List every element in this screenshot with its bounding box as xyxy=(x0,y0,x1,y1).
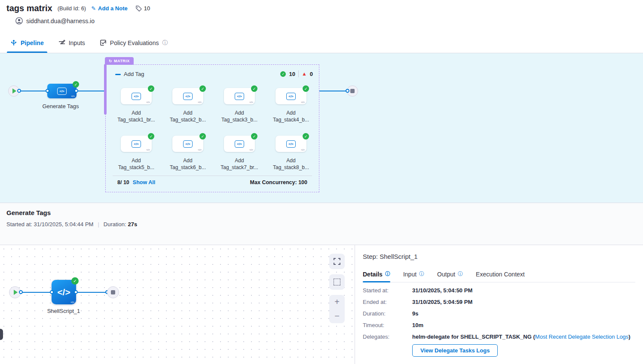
connector-dot xyxy=(346,89,349,93)
connector-dot xyxy=(50,290,54,294)
matrix-step-card[interactable]: </>✓</> xyxy=(172,88,203,104)
connector-dot xyxy=(17,89,21,93)
matrix-group: ↻ MATRIX Add Tag ✓ 10 ▲ 0 </>✓</> </>✓</… xyxy=(105,64,319,192)
code-corner-icon: </> xyxy=(301,101,305,103)
code-corner-icon: </> xyxy=(198,101,202,103)
marquee-select-button[interactable] xyxy=(329,274,345,290)
matrix-step-label: AddTag_stack4_b... xyxy=(263,109,319,123)
connector-dot xyxy=(74,290,78,294)
edge-generate-to-matrix xyxy=(77,91,106,91)
matrix-group-title: Add Tag xyxy=(124,71,144,77)
step-end-node[interactable] xyxy=(107,286,119,298)
page-title: tags matrix xyxy=(6,3,52,13)
output-info-icon[interactable]: ⓘ xyxy=(458,270,463,278)
script-step-icon: </> xyxy=(235,93,244,100)
step-execution-area: </> ✓ </> ShellScript_1 + − Step: ShellS… xyxy=(0,245,643,364)
code-corner-icon: </> xyxy=(70,301,74,303)
stage-title: Generate Tags xyxy=(6,209,643,216)
matrix-status-counts: ✓ 10 ▲ 0 xyxy=(280,70,313,77)
shellscript-node[interactable]: </> ✓ </> xyxy=(52,280,76,304)
step-details-panel: Step: ShellScript_1 Detailsⓘ Inputⓘ Outp… xyxy=(355,245,643,364)
matrix-accent-bar xyxy=(104,64,107,115)
matrix-step-card[interactable]: </>✓</> xyxy=(224,88,255,104)
matrix-step-card[interactable]: </>✓</> xyxy=(224,136,255,152)
view-delegate-tasks-logs-button[interactable]: View Delegate Tasks Logs xyxy=(412,344,498,357)
detail-row-started: Started at:31/10/2025, 5:04:50 PM xyxy=(363,287,643,294)
script-step-icon: </> xyxy=(286,140,296,148)
success-check-icon: ✓ xyxy=(303,133,309,140)
tab-execution-context[interactable]: Execution Context xyxy=(476,270,525,282)
connector-dot xyxy=(19,290,23,294)
details-info-icon[interactable]: ⓘ xyxy=(385,270,390,278)
details-tabbar: Detailsⓘ Inputⓘ Outputⓘ Execution Contex… xyxy=(363,270,635,282)
script-step-icon: </> xyxy=(132,93,141,100)
tab-inputs[interactable]: Inputs xyxy=(58,33,85,53)
fit-to-screen-button[interactable] xyxy=(329,254,345,269)
edge-start-to-generate xyxy=(18,91,48,91)
loop-icon: ↻ xyxy=(109,59,112,63)
zoom-out-button[interactable]: − xyxy=(329,309,345,323)
matrix-step-card[interactable]: </>✓</> xyxy=(172,136,203,152)
success-check-icon: ✓ xyxy=(199,133,206,140)
detail-row-ended: Ended at:31/10/2025, 5:04:59 PM xyxy=(363,299,643,306)
delegate-selection-logs-link[interactable]: Most Recent Delegate Selection Logs xyxy=(535,334,629,340)
success-check-icon: ✓ xyxy=(251,85,257,92)
detail-row-delegates: Delegates: helm-delegate for SHELL_SCRIP… xyxy=(363,334,643,340)
pipeline-graph: </> ✓ </> Generate Tags ↻ MATRIX Add Tag… xyxy=(0,53,643,203)
tab-pipeline[interactable]: Pipeline xyxy=(10,33,44,53)
show-all-link[interactable]: Show All xyxy=(133,179,155,185)
script-step-icon: </> xyxy=(57,88,67,95)
build-id: (Build Id: 6) xyxy=(58,5,86,12)
tab-policy-label: Policy Evaluations xyxy=(110,39,159,46)
pipeline-icon xyxy=(10,39,17,46)
failure-warning-icon: ▲ xyxy=(302,71,307,76)
success-count-icon: ✓ xyxy=(280,71,286,77)
script-step-icon: </> xyxy=(235,140,244,148)
code-corner-icon: </> xyxy=(301,149,305,151)
console-drawer-handle[interactable] xyxy=(0,329,3,340)
step-graph-canvas[interactable]: </> ✓ </> ShellScript_1 + − xyxy=(0,245,355,364)
tag-count[interactable]: 10 xyxy=(135,5,150,12)
max-concurrency: Max Concurrency: 100 xyxy=(250,179,307,185)
policy-info-icon[interactable]: ⓘ xyxy=(162,39,168,47)
stop-icon xyxy=(350,89,355,93)
tab-output[interactable]: Outputⓘ xyxy=(437,270,463,282)
collapse-matrix-button[interactable] xyxy=(115,74,121,75)
matrix-step-card[interactable]: </>✓</> xyxy=(121,136,152,152)
tab-policy-evaluations[interactable]: Policy Evaluations ⓘ xyxy=(100,33,168,53)
play-icon xyxy=(14,290,18,295)
divider xyxy=(298,70,299,77)
shellscript-node-label: ShellScript_1 xyxy=(38,308,89,314)
failure-count: 0 xyxy=(310,71,313,77)
matrix-step-label: AddTag_stack3_b... xyxy=(211,109,267,123)
delegate-name: helm-delegate for SHELL_SCRIPT_TASK_NG xyxy=(412,334,532,340)
step-panel-title: Step: ShellScript_1 xyxy=(363,253,643,260)
tab-input[interactable]: Inputⓘ xyxy=(403,270,424,282)
matrix-step-card[interactable]: </>✓</> xyxy=(276,88,306,104)
zoom-in-button[interactable]: + xyxy=(329,295,345,309)
stage-started-label: Started at: xyxy=(6,221,32,228)
code-corner-icon: </> xyxy=(249,101,253,103)
success-check-icon: ✓ xyxy=(148,85,154,92)
stage-duration-label: Duration: xyxy=(104,221,126,228)
add-note-label: Add a Note xyxy=(98,5,128,12)
matrix-step-card[interactable]: </>✓</> xyxy=(276,136,306,152)
add-note-button[interactable]: ✎ Add a Note xyxy=(91,5,128,12)
matrix-step-label: AddTag_stack8_b... xyxy=(263,157,319,171)
detail-row-duration: Duration:9s xyxy=(363,310,643,317)
matrix-step-label: AddTag_stack1_br... xyxy=(108,109,164,123)
matrix-shown-count: 8/ 10Show All xyxy=(117,179,155,185)
matrix-step-card[interactable]: </>✓</> xyxy=(121,88,152,104)
script-step-icon: </> xyxy=(286,93,296,100)
stop-icon xyxy=(111,290,115,294)
tab-details[interactable]: Detailsⓘ xyxy=(363,270,390,282)
success-check-icon: ✓ xyxy=(199,85,206,92)
matrix-step-label: AddTag_stack6_b... xyxy=(160,157,216,171)
script-step-icon: </> xyxy=(183,93,193,100)
input-info-icon[interactable]: ⓘ xyxy=(419,270,424,278)
stage-started-value: 31/10/2025, 5:04:44 PM xyxy=(34,221,94,228)
code-corner-icon: </> xyxy=(249,149,253,151)
success-count: 10 xyxy=(289,71,295,77)
connector-dot xyxy=(74,89,78,93)
generate-tags-node[interactable]: </> ✓ </> xyxy=(47,84,77,98)
